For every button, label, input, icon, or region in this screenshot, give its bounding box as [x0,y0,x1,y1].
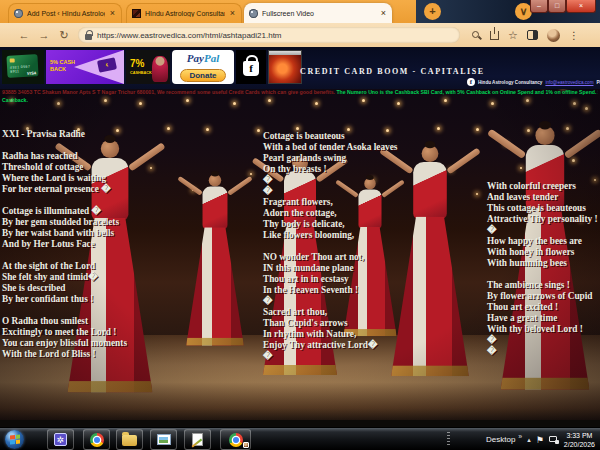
taskbar-editor[interactable] [184,429,211,450]
paypal-pay: Pay [187,52,204,64]
poem-line: O Radha thou smilest [2,316,127,327]
minimize-button[interactable]: – [530,0,548,13]
green-credit-card: 4321 0567 8911 VISA [6,54,38,78]
taskbar-purple-app[interactable]: ✲ [47,429,74,450]
start-button[interactable] [5,430,24,449]
paypal-donate-ad[interactable]: PayPal Donate [172,50,234,84]
new-tab-button[interactable]: + [424,3,441,20]
light-dot [526,99,529,102]
poem-line: With humming bees [487,258,598,269]
video-thumbnail-ad[interactable] [268,50,302,84]
poem-line: Like flowers blooming, [263,230,397,241]
show-hidden-icons[interactable]: ▴ [527,436,531,444]
reload-icon[interactable]: ↻ [54,29,74,42]
windows-taskbar: ✲ Desktop » ▴ ⚑ 3:33 PM 2/20/2026 [0,427,600,450]
clock-date: 2/20/2026 [564,440,595,449]
poem-line: By her waist band with bells [2,228,127,239]
tab-close-icon[interactable]: × [380,9,387,18]
poem-line: With a bed of tender Asoka leaves [263,142,397,153]
poem-line: And by Her Lotus Face [2,239,127,250]
poem-line: � [487,346,598,357]
facebook-icon[interactable]: f [467,78,475,86]
tab-consultancy[interactable]: HIndu Astrology Consultancy Re × [126,3,242,23]
tab-strip: Add Post ‹ HIndu Astrology Cons × HIndu … [0,0,600,23]
chrome-icon [90,433,104,447]
light-dot [104,99,107,102]
share-icon[interactable] [490,31,499,40]
back-icon[interactable]: ← [14,29,34,41]
menu-dots-icon[interactable]: ⋮ [569,30,579,41]
tab-fullscreen-video[interactable]: Fullscreen Video × [244,3,392,23]
address-bar[interactable]: https://www.eastrovedica.com/html/ashtap… [78,27,460,43]
visa-logo: VISA [27,70,37,75]
profile-avatar[interactable] [547,29,560,42]
taskbar-chrome[interactable] [83,429,110,450]
web-page: 4321 0567 8911 VISA ‹ 5% CASH BACK 7% CA… [0,47,600,427]
email-link[interactable]: info@eastrovedica.com [545,80,593,85]
cashback-5-ad[interactable]: ‹ 5% CASH BACK [46,50,124,84]
forward-icon[interactable]: → [34,29,54,41]
poem-line: With honey in flowers [487,247,598,258]
promo-line-2: Cashback. [2,97,28,103]
poem-line: � [263,296,397,307]
poem-line: She is described [2,283,127,294]
clock-time: 3:33 PM [564,431,595,440]
poem-line: This cottage is beauteous [487,203,598,214]
facebook-shop-ad[interactable]: f [236,50,266,84]
consultancy-row: f Hindu Astrology Consultancy info@eastr… [467,78,600,86]
editor-icon [192,433,203,446]
banner-strip: 4321 0567 8911 VISA ‹ 5% CASH BACK 7% CA… [0,47,600,89]
poem-line: On thy breasts ! [263,164,397,175]
taskbar-photo-viewer[interactable] [150,429,177,450]
poem-line: XXI - Pravisa Radhe [2,129,127,140]
poem-line: She felt shy and timid� [2,272,127,283]
poem-line: � [263,175,397,186]
overflow-chevrons-icon[interactable]: » [518,433,522,440]
poem-line: � [487,225,598,236]
poem-line: Than Cupid's arrows [263,318,397,329]
poem-line: Cottage is illuminated � [2,206,127,217]
tab-title: Fullscreen Video [262,10,376,17]
taskbar-clock[interactable]: 3:33 PM 2/20/2026 [564,431,597,449]
cashback-7-label: CASHBACK [130,71,152,75]
toolbar-right-icons: ☆ ⋮ [472,29,579,42]
zoom-icon[interactable] [472,31,481,40]
donate-button[interactable]: Donate [180,69,225,82]
light-dot [233,102,236,105]
taskbar-explorer[interactable] [116,429,143,450]
poem-line: You can enjoy blissful moments [2,338,127,349]
tab-close-icon[interactable]: × [229,9,236,18]
light-dot [491,102,494,105]
close-window-button[interactable]: × [566,0,596,13]
tab-add-post[interactable]: Add Post ‹ HIndu Astrology Cons × [8,3,122,23]
taskbar-chrome-profile[interactable] [220,429,251,450]
network-icon[interactable] [549,435,559,444]
url-text[interactable]: https://www.eastrovedica.com/html/ashtap… [97,31,282,40]
poem-line: How happy the bees are [487,236,598,247]
poem-line: Where the Lord is waiting [2,173,127,184]
poem-line: For her eternal presence � [2,184,127,195]
poem-line: Pearl garlands swing [263,153,397,164]
poem-line: The ambience sings ! [487,280,598,291]
poem-line: By flower arrows of Cupid [487,291,598,302]
poem-line: With colorful creepers [487,181,598,192]
side-panel-icon[interactable] [527,30,538,40]
poem-line: Radha has reached [2,151,127,162]
cashback-5-label: 5% CASH BACK [50,59,84,72]
poem-line: � [487,335,598,346]
light-dot [362,99,365,102]
browser-window: Add Post ‹ HIndu Astrology Cons × HIndu … [0,0,600,450]
poem-column-middle: Cottage is beauteousWith a bed of tender… [263,131,397,362]
bookmark-star-icon[interactable]: ☆ [508,30,518,40]
light-dot [476,128,479,131]
cashback-7-ad[interactable]: 7% CASHBACK [126,50,170,84]
credit-card-ad[interactable]: 4321 0567 8911 VISA [2,50,44,84]
desktop-toolbar-label[interactable]: Desktop [486,435,515,444]
poem-line: At the sight of the Lord [2,261,127,272]
poem-line: In rhythm with Nature, [263,329,397,340]
poem-line: With thy beloved Lord ! [487,324,598,335]
tab-close-icon[interactable]: × [109,9,116,18]
maximize-button[interactable]: □ [548,0,566,13]
poem-line: � [263,186,397,197]
action-center-flag-icon[interactable]: ⚑ [536,435,544,445]
